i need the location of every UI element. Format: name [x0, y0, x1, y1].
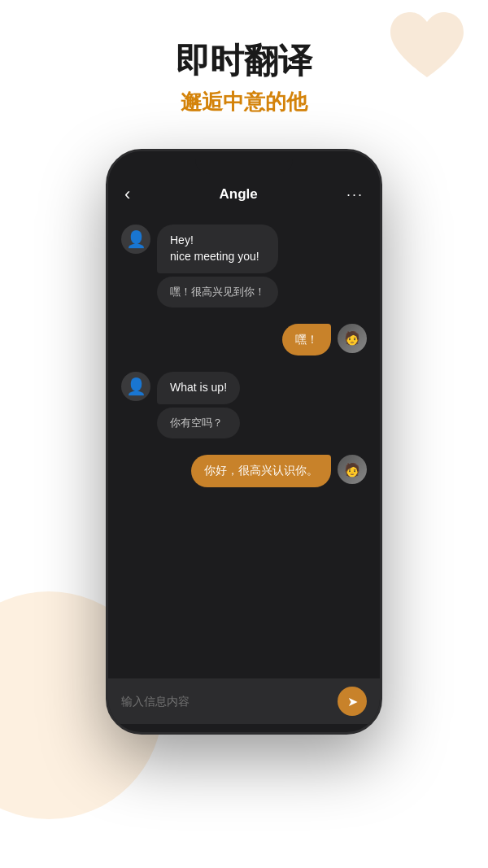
- bubble-4: 你好，很高兴认识你。: [191, 455, 331, 487]
- msg-group-4: 你好，很高兴认识你。: [191, 455, 331, 487]
- send-button[interactable]: ➤: [338, 687, 367, 716]
- msg-row-1: 👤 Hey!nice meeting you! 嘿！很高兴见到你！: [121, 225, 367, 307]
- msg-row-2: 🧑 嘿！: [121, 324, 367, 356]
- msg-group-3: What is up! 你有空吗？: [157, 372, 240, 438]
- avatar-sender-1: 👤: [121, 225, 150, 254]
- more-button[interactable]: ···: [346, 186, 364, 203]
- msg-group-1: Hey!nice meeting you! 嘿！很高兴见到你！: [157, 225, 278, 307]
- chat-body: 👤 Hey!nice meeting you! 嘿！很高兴见到你！ 🧑 嘿！: [108, 215, 380, 678]
- avatar-icon-1: 👤: [126, 229, 146, 249]
- avatar-self-1: 🧑: [338, 324, 367, 353]
- page-title-sub: 邂逅中意的他: [0, 88, 488, 116]
- contact-name: Angle: [220, 186, 258, 203]
- phone-notch: [195, 151, 293, 174]
- bubble-1: Hey!nice meeting you!: [157, 225, 278, 273]
- phone-frame: ‹ Angle ··· 👤 Hey!nice meeting you! 嘿！很高…: [106, 149, 382, 735]
- msg-group-2: 嘿！: [282, 324, 331, 356]
- msg-row-4: 🧑 你好，很高兴认识你。: [121, 455, 367, 487]
- message-input[interactable]: [121, 695, 329, 708]
- bubble-1-translation: 嘿！很高兴见到你！: [157, 277, 278, 308]
- chat-input-area: ➤: [108, 678, 380, 724]
- bubble-2: 嘿！: [282, 324, 331, 356]
- avatar-icon-2: 👤: [126, 377, 146, 396]
- phone-mockup: ‹ Angle ··· 👤 Hey!nice meeting you! 嘿！很高…: [0, 149, 488, 735]
- avatar-self-icon-1: 🧑: [344, 330, 360, 346]
- avatar-self-2: 🧑: [338, 455, 367, 484]
- title-area: 即时翻译 邂逅中意的他: [0, 0, 488, 141]
- back-button[interactable]: ‹: [124, 184, 130, 205]
- avatar-sender-2: 👤: [121, 372, 150, 401]
- avatar-self-icon-2: 🧑: [344, 462, 360, 478]
- bubble-3-translation: 你有空吗？: [157, 408, 240, 438]
- bubble-3: What is up!: [157, 372, 240, 404]
- send-icon: ➤: [347, 694, 358, 709]
- page-title-main: 即时翻译: [0, 41, 488, 81]
- msg-row-3: 👤 What is up! 你有空吗？: [121, 372, 367, 438]
